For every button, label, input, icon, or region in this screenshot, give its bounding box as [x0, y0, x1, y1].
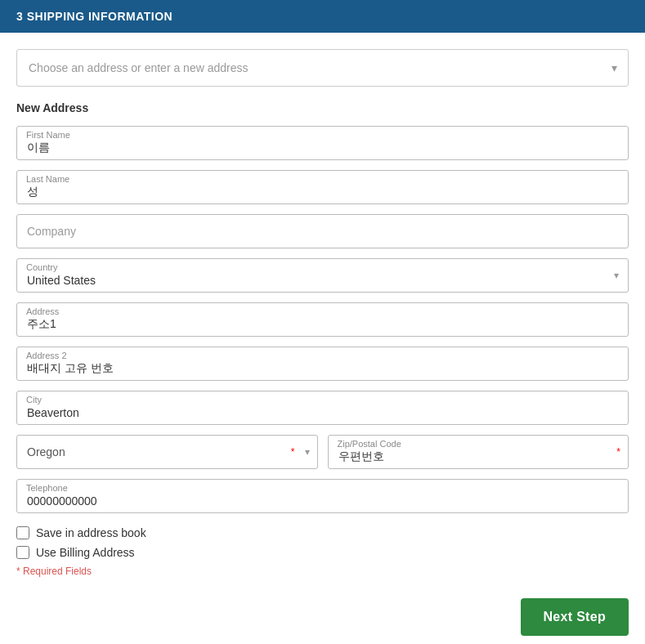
save-address-label: Save in address book — [36, 526, 146, 539]
checkboxes-section: Save in address book Use Billing Address… — [16, 526, 629, 577]
address2-field: Address 2 — [16, 347, 629, 381]
section-header: 3 SHIPPING INFORMATION — [0, 0, 645, 33]
country-select[interactable]: United States — [16, 258, 629, 293]
zip-required-indicator: * — [616, 446, 620, 458]
page-container: 3 SHIPPING INFORMATION Choose an address… — [0, 0, 645, 644]
company-field — [16, 214, 629, 248]
address-dropdown-wrapper: Choose an address or enter a new address… — [16, 49, 629, 87]
city-field: City — [16, 391, 629, 425]
section-title: 3 — [16, 10, 23, 23]
address1-field: Address — [16, 302, 629, 337]
section-title-text: SHIPPING INFORMATION — [27, 10, 173, 23]
first-name-field: First Name — [16, 126, 629, 160]
zip-field: Zip/Postal Code * — [328, 435, 629, 469]
save-address-checkbox[interactable] — [16, 526, 29, 539]
address2-input[interactable] — [16, 347, 629, 381]
address1-input[interactable] — [16, 302, 629, 337]
company-input[interactable] — [16, 214, 629, 248]
state-select[interactable]: Oregon — [16, 435, 318, 469]
first-name-input[interactable] — [16, 126, 629, 160]
required-fields-note: * Required Fields — [16, 566, 629, 577]
use-billing-label: Use Billing Address — [36, 546, 135, 559]
use-billing-row: Use Billing Address — [16, 546, 629, 559]
last-name-field: Last Name — [16, 170, 629, 204]
use-billing-checkbox[interactable] — [16, 546, 29, 559]
country-field: Country United States ▾ — [16, 258, 629, 293]
footer-actions: Next Step — [16, 585, 629, 639]
address-select[interactable]: Choose an address or enter a new address — [16, 49, 629, 87]
city-input[interactable] — [16, 391, 629, 425]
save-address-row: Save in address book — [16, 526, 629, 539]
telephone-input[interactable] — [16, 479, 629, 513]
telephone-field: Telephone — [16, 479, 629, 513]
new-address-label: New Address — [16, 101, 629, 114]
state-field: Oregon * ▾ — [16, 435, 318, 469]
form-container: Choose an address or enter a new address… — [0, 33, 645, 644]
state-zip-row: Oregon * ▾ Zip/Postal Code * — [16, 435, 629, 469]
next-step-button[interactable]: Next Step — [521, 598, 629, 636]
state-required-indicator: * — [291, 446, 295, 458]
last-name-input[interactable] — [16, 170, 629, 204]
zip-input[interactable] — [328, 435, 629, 469]
